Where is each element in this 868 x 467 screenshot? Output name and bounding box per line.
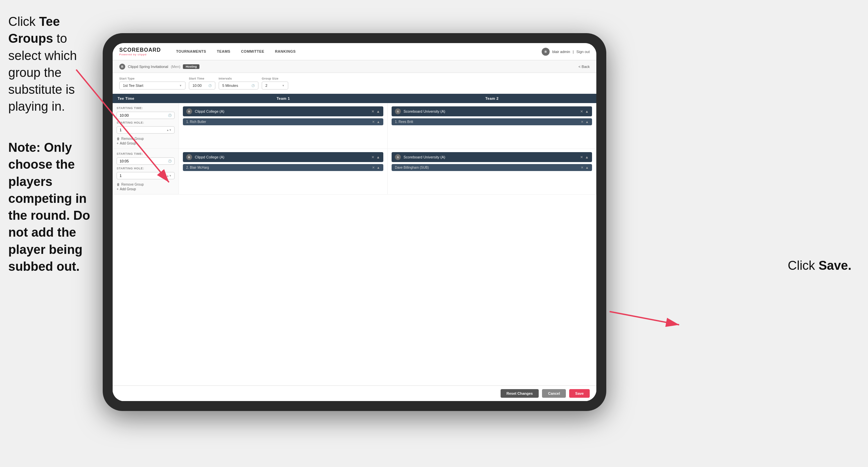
table-scroll: STARTING TIME: 10:00 🕐 STARTING HOLE: 1 … bbox=[113, 103, 596, 385]
team2-name-2: Scoreboard University (A) bbox=[404, 155, 445, 159]
add-group-button-2[interactable]: + Add Group bbox=[117, 187, 175, 191]
cancel-button[interactable]: Cancel bbox=[542, 389, 566, 398]
nav-user: B blair admin | Sign out bbox=[542, 48, 590, 56]
team1-card-actions-1: ✕ ▲ bbox=[371, 109, 380, 114]
right-instruction: Click Save. bbox=[788, 259, 851, 273]
reset-changes-button[interactable]: Reset Changes bbox=[501, 389, 539, 398]
player-name-1-1: 1. Rich Butler bbox=[186, 120, 206, 124]
close-icon-t1-1[interactable]: ✕ bbox=[371, 109, 374, 114]
team2-cell-1: S Scoreboard University (A) ✕ ▲ 1. Rees … bbox=[388, 103, 596, 148]
clock-icon-2: 🕐 bbox=[251, 84, 255, 87]
start-time-value: 10:00 bbox=[192, 84, 202, 88]
top-instruction-prefix: Click bbox=[8, 14, 39, 29]
trash-icon: 🗑 bbox=[117, 137, 120, 141]
group-size-input[interactable]: 2 ▼ bbox=[262, 82, 288, 89]
player-name-2-1: 1. Rees Britt bbox=[395, 120, 413, 124]
close-icon-t2-1[interactable]: ✕ bbox=[580, 109, 583, 114]
tablet-screen: SCOREBOARD Powered by clippd TOURNAMENTS… bbox=[113, 43, 596, 401]
nav-committee[interactable]: COMMITTEE bbox=[236, 43, 270, 60]
starting-hole-value-2: 1 bbox=[120, 174, 122, 178]
start-type-label: Start Type bbox=[119, 77, 186, 80]
hosting-badge: Hosting bbox=[183, 64, 199, 69]
save-button[interactable]: Save bbox=[569, 389, 590, 398]
chevron-up-icon-t1-1[interactable]: ▲ bbox=[376, 109, 380, 113]
starting-time-value-2: 10:05 bbox=[120, 159, 129, 163]
chevron-up-icon-p1-2[interactable]: ▲ bbox=[377, 166, 380, 169]
player-card-2-2: Dave Billingham (SUB) ✕ ▲ bbox=[392, 164, 592, 171]
group-size-value: 2 bbox=[266, 84, 267, 88]
close-icon-t1-2[interactable]: ✕ bbox=[371, 155, 374, 159]
sub-header: B Clippd Spring Invitational (Men) Hosti… bbox=[113, 60, 596, 73]
chevron-up-icon-p2-1[interactable]: ▲ bbox=[585, 120, 589, 124]
table-row: STARTING TIME: 10:05 🕐 STARTING HOLE: 1 … bbox=[113, 149, 596, 195]
clock-icon: 🕐 bbox=[208, 84, 212, 87]
form-row: Start Type 1st Tee Start ▼ Start Time 10… bbox=[113, 73, 596, 94]
starting-time-input-1[interactable]: 10:00 🕐 bbox=[117, 112, 175, 119]
content-area: Start Type 1st Tee Start ▼ Start Time 10… bbox=[113, 73, 596, 401]
table-row: STARTING TIME: 10:00 🕐 STARTING HOLE: 1 … bbox=[113, 103, 596, 149]
clock-icon-4: 🕐 bbox=[168, 159, 172, 163]
intervals-input[interactable]: 5 Minutes 🕐 bbox=[219, 82, 258, 89]
starting-hole-input-2[interactable]: 1 ▲▼ bbox=[117, 172, 175, 179]
team1-cell-1: B Clippd College (A) ✕ ▲ 1. Rich Butler bbox=[179, 103, 388, 148]
starting-time-value-1: 10:00 bbox=[120, 113, 129, 117]
player-actions-1-2: ✕ ▲ bbox=[372, 166, 380, 169]
player-card-1-2: 2. Blair McHarg ✕ ▲ bbox=[183, 164, 383, 171]
chevron-icon-hole-1: ▲▼ bbox=[166, 128, 172, 132]
nav-teams[interactable]: TEAMS bbox=[211, 43, 236, 60]
start-time-group: Start Time 10:00 🕐 bbox=[189, 77, 215, 89]
start-type-value: 1st Tee Start bbox=[123, 84, 144, 88]
player-actions-1-1: ✕ ▲ bbox=[372, 120, 380, 124]
player-actions-2-2: ✕ ▲ bbox=[581, 166, 589, 169]
starting-time-label-1: STARTING TIME: bbox=[117, 107, 175, 110]
tablet-frame: SCOREBOARD Powered by clippd TOURNAMENTS… bbox=[103, 33, 606, 411]
footer: Reset Changes Cancel Save bbox=[113, 385, 596, 401]
close-icon-p1-2[interactable]: ✕ bbox=[372, 166, 375, 169]
add-group-button-1[interactable]: + Add Group bbox=[117, 142, 175, 145]
player-name-2-2: Dave Billingham (SUB) bbox=[395, 166, 429, 169]
team2-card-actions-2: ✕ ▲ bbox=[580, 155, 589, 159]
close-icon-p2-2[interactable]: ✕ bbox=[581, 166, 583, 169]
team1-card-2[interactable]: B Clippd College (A) ✕ ▲ bbox=[183, 152, 383, 162]
remove-group-button-1[interactable]: 🗑 Remove Group bbox=[117, 137, 175, 141]
gender-label: (Men) bbox=[171, 65, 181, 68]
team2-card-2[interactable]: S Scoreboard University (A) ✕ ▲ bbox=[392, 152, 592, 162]
close-icon-p1-1[interactable]: ✕ bbox=[372, 120, 375, 124]
starting-time-input-2[interactable]: 10:05 🕐 bbox=[117, 157, 175, 165]
chevron-icon-hole-2: ▲▼ bbox=[166, 174, 172, 177]
sign-out-link[interactable]: Sign out bbox=[577, 50, 590, 54]
avatar: B bbox=[542, 48, 550, 56]
close-icon-t2-2[interactable]: ✕ bbox=[580, 155, 583, 159]
nav-tournaments[interactable]: TOURNAMENTS bbox=[171, 43, 212, 60]
start-time-input[interactable]: 10:00 🕐 bbox=[189, 82, 215, 89]
trash-icon-2: 🗑 bbox=[117, 183, 120, 186]
group-2-side: STARTING TIME: 10:05 🕐 STARTING HOLE: 1 … bbox=[113, 149, 179, 194]
start-time-label: Start Time bbox=[189, 77, 215, 80]
team2-card-1[interactable]: S Scoreboard University (A) ✕ ▲ bbox=[392, 107, 592, 116]
nav-rankings[interactable]: RANKINGS bbox=[270, 43, 301, 60]
team2-cell-2: S Scoreboard University (A) ✕ ▲ Dave Bil… bbox=[388, 149, 596, 194]
starting-hole-label-2: STARTING HOLE: bbox=[117, 167, 175, 170]
remove-group-button-2[interactable]: 🗑 Remove Group bbox=[117, 183, 175, 186]
starting-hole-input-1[interactable]: 1 ▲▼ bbox=[117, 126, 175, 134]
team1-card-actions-2: ✕ ▲ bbox=[371, 155, 380, 159]
team1-card-1[interactable]: B Clippd College (A) ✕ ▲ bbox=[183, 107, 383, 116]
sub-header-left: B Clippd Spring Invitational (Men) Hosti… bbox=[119, 64, 199, 69]
starting-hole-label-1: STARTING HOLE: bbox=[117, 121, 175, 124]
side-actions-2: 🗑 Remove Group + Add Group bbox=[117, 183, 175, 191]
chevron-up-icon-t2-1[interactable]: ▲ bbox=[585, 109, 589, 113]
chevron-up-icon-t1-2[interactable]: ▲ bbox=[376, 155, 380, 159]
chevron-up-icon-p1-1[interactable]: ▲ bbox=[377, 120, 380, 124]
chevron-up-icon-t2-2[interactable]: ▲ bbox=[585, 155, 589, 159]
back-link[interactable]: < Back bbox=[579, 65, 590, 68]
close-icon-p2-1[interactable]: ✕ bbox=[581, 120, 583, 124]
player-name-1-2: 2. Blair McHarg bbox=[186, 166, 209, 169]
player-actions-2-1: ✕ ▲ bbox=[581, 120, 589, 124]
team1-card-inner-1: B Clippd College (A) bbox=[186, 108, 369, 114]
chevron-up-icon-p2-2[interactable]: ▲ bbox=[585, 166, 589, 169]
bottom-instruction-note: Note: bbox=[8, 141, 44, 154]
intervals-label: Intervals bbox=[219, 77, 258, 80]
start-type-input[interactable]: 1st Tee Start ▼ bbox=[119, 82, 186, 89]
team2-card-inner-2: S Scoreboard University (A) bbox=[395, 154, 578, 160]
brand: SCOREBOARD Powered by clippd bbox=[119, 47, 161, 56]
